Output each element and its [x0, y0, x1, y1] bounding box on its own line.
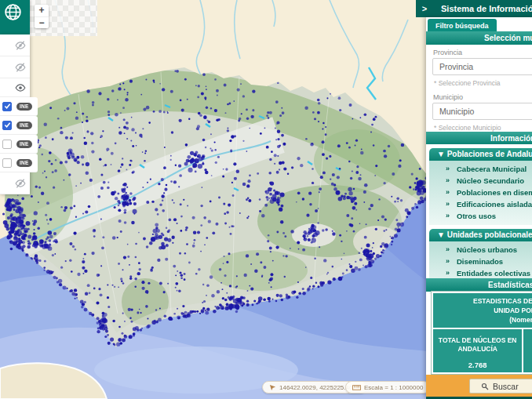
- information-groups: ▼ Poblaciones de Andalucía »Cabecera Mun…: [426, 144, 532, 278]
- app-window: + − 146422.0029, 4225225.4014 Escala = 1…: [0, 0, 532, 399]
- selection-form: Provincia * Seleccione Provincia Municip…: [426, 45, 532, 132]
- group-unidades-header[interactable]: ▼ Unidades poblacionales: [429, 229, 532, 241]
- layer-row[interactable]: INE: [0, 135, 38, 154]
- eye-icon[interactable]: [15, 82, 26, 93]
- ine-badge: INE: [16, 122, 32, 129]
- ine-badge: INE: [16, 140, 32, 148]
- list-item[interactable]: »Entidades colectivas: [429, 267, 532, 279]
- layer-row[interactable]: [0, 34, 30, 56]
- search-icon: [481, 383, 489, 390]
- provincia-label: Provincia: [433, 49, 532, 56]
- municipio-label: Municipio: [433, 93, 532, 101]
- statistics-secondary-cell: [523, 329, 532, 372]
- section-seleccion: Selección municipal: [426, 31, 532, 45]
- eye-slash-icon[interactable]: [15, 62, 26, 73]
- check-icon: [4, 103, 11, 110]
- municipio-hint: * Seleccione Municipio: [434, 124, 532, 132]
- check-icon: [4, 122, 11, 129]
- group-poblaciones-list: »Cabecera Municipal »Núcleo Secundario »…: [429, 161, 532, 225]
- search-bar: Buscar: [426, 375, 532, 399]
- total-nucleos-cell: TOTAL DE NÚCLEOS EN ANDALUCÍA 2.768: [433, 329, 522, 372]
- eye-slash-icon[interactable]: [15, 178, 26, 189]
- sidebar-header: > Sistema de Información de Poblaciones: [416, 0, 532, 17]
- layer-checkbox[interactable]: [2, 158, 12, 168]
- buscar-button[interactable]: Buscar: [469, 379, 532, 394]
- layer-row[interactable]: [0, 172, 30, 194]
- pointer-icon: [269, 384, 276, 391]
- layer-checkbox[interactable]: [2, 121, 12, 130]
- municipio-select[interactable]: [432, 103, 532, 120]
- collapse-arrow-icon: ▼: [437, 230, 445, 239]
- provincia-hint: * Seleccione Provincia: [434, 79, 532, 87]
- bullet-icon: »: [446, 175, 450, 187]
- layer-row[interactable]: INE: [0, 97, 38, 116]
- statistics-table-header: ESTADISTICAS DE POBLACIÓN POR UNIDAD POB…: [433, 293, 532, 328]
- section-estadisticas: Estadísticas: [426, 278, 532, 292]
- layer-list: INE INE INE: [0, 34, 30, 194]
- bullet-icon: »: [446, 163, 450, 175]
- group-poblaciones-header[interactable]: ▼ Poblaciones de Andalucía: [429, 148, 532, 161]
- list-item[interactable]: »Cabecera Municipal: [429, 163, 532, 175]
- list-item[interactable]: »Poblaciones en diseminado: [429, 187, 532, 198]
- globe-icon: [3, 2, 23, 22]
- zoom-in-button[interactable]: +: [35, 5, 49, 16]
- layer-toolbar: INE INE INE: [0, 0, 30, 194]
- app-title: Sistema de Información de Poblaciones: [433, 4, 532, 13]
- statistics-row: TOTAL DE NÚCLEOS EN ANDALUCÍA 2.768: [433, 329, 532, 372]
- layer-row[interactable]: INE: [0, 154, 38, 172]
- list-item[interactable]: »Edificaciones aisladas: [429, 198, 532, 210]
- bullet-icon: »: [446, 187, 450, 198]
- bullet-icon: »: [446, 256, 450, 267]
- eye-slash-icon[interactable]: [15, 40, 26, 51]
- statistics-table: ESTADISTICAS DE POBLACIÓN POR UNIDAD POB…: [431, 291, 532, 375]
- basemap-toolbar-header[interactable]: [0, 0, 30, 34]
- bullet-icon: »: [446, 267, 450, 279]
- layer-checkbox[interactable]: [2, 102, 12, 111]
- sidebar-content: Filtro búsqueda Selección municipal Prov…: [426, 17, 532, 399]
- tab-bar: Filtro búsqueda: [426, 17, 532, 31]
- collapse-sidebar-button[interactable]: >: [416, 4, 433, 13]
- provincia-select[interactable]: [432, 58, 532, 75]
- zoom-control: + −: [35, 5, 49, 28]
- ine-badge: INE: [16, 103, 32, 111]
- total-nucleos-value: 2.768: [433, 361, 522, 369]
- list-item[interactable]: »Diseminados: [429, 256, 532, 267]
- bullet-icon: »: [446, 244, 450, 256]
- list-item[interactable]: »Núcleo Secundario: [429, 175, 532, 187]
- layer-row[interactable]: [0, 56, 30, 78]
- sidebar-panel: > Sistema de Información de Poblaciones …: [416, 0, 532, 399]
- layer-row[interactable]: INE: [0, 116, 38, 135]
- ruler-icon: [352, 385, 361, 390]
- scale-value: Escala = 1 : 1000000: [364, 384, 423, 391]
- layer-row[interactable]: [0, 78, 30, 97]
- collapse-arrow-icon: ▼: [437, 150, 445, 158]
- zoom-out-button[interactable]: −: [35, 16, 49, 28]
- bullet-icon: »: [446, 210, 450, 222]
- bullet-icon: »: [446, 198, 450, 210]
- section-informacion: Información: [426, 132, 532, 145]
- layer-checkbox[interactable]: [2, 140, 12, 149]
- list-item[interactable]: »Núcleos urbanos: [429, 244, 532, 256]
- ine-badge: INE: [16, 159, 32, 167]
- list-item[interactable]: »Otros usos: [429, 210, 532, 222]
